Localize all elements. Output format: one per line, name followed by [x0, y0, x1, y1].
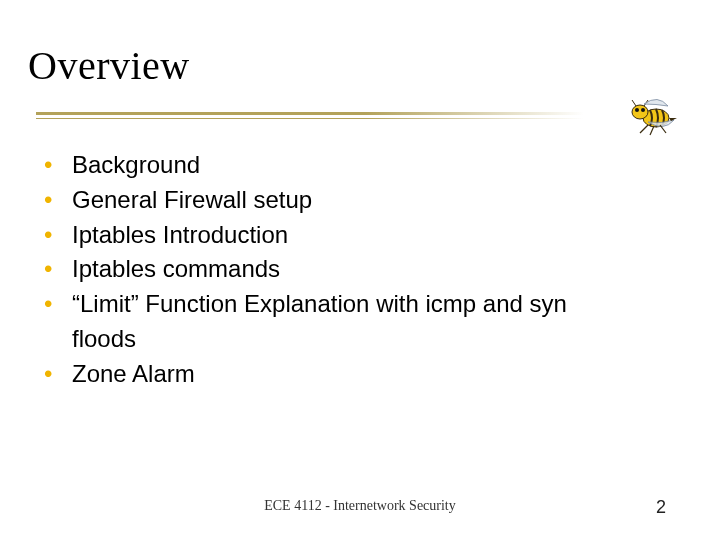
bullet-text: Background [72, 151, 200, 178]
bullet-text: Zone Alarm [72, 360, 195, 387]
bullet-text: General Firewall setup [72, 186, 312, 213]
buzz-yellowjacket-icon [614, 92, 680, 136]
svg-point-2 [635, 108, 639, 112]
list-item: “Limit” Function Explanation with icmp a… [44, 287, 624, 357]
svg-point-1 [632, 105, 648, 119]
footer-text: ECE 4112 - Internetwork Security [0, 498, 720, 514]
list-item: General Firewall setup [44, 183, 624, 218]
list-item: Background [44, 148, 624, 183]
page-number: 2 [656, 497, 666, 518]
title-underline [36, 112, 584, 122]
svg-point-3 [641, 108, 645, 112]
bullet-list: Background General Firewall setup Iptabl… [44, 148, 624, 392]
list-item: Zone Alarm [44, 357, 624, 392]
bullet-text: “Limit” Function Explanation with icmp a… [72, 290, 567, 352]
rule-thick [36, 112, 584, 115]
bullet-text: Iptables Introduction [72, 221, 288, 248]
rule-thin [36, 118, 584, 119]
slide: Overview Background General Firewall set [0, 0, 720, 540]
list-item: Iptables Introduction [44, 218, 624, 253]
list-item: Iptables commands [44, 252, 624, 287]
bullet-text: Iptables commands [72, 255, 280, 282]
slide-title: Overview [28, 42, 190, 89]
